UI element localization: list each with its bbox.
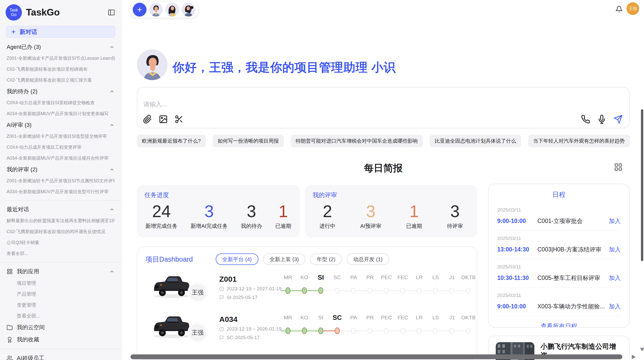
milestone-dot[interactable] [449,288,454,294]
recent-chat-item[interactable]: C02-飞腾新能源轻客改款项目的闭环通告反馈情况 [7,226,115,237]
notification-bell-icon[interactable] [616,6,623,13]
image-icon[interactable] [159,115,168,124]
clock-icon [219,287,224,291]
recent-chat-item[interactable]: 解释最新出台的欧盟报废车法规再生塑料比例被调至15%... [7,215,115,226]
sidebar-collapse-icon[interactable] [108,9,115,16]
stat-value: 24 [145,201,178,221]
event-date: 2025/03/11 [497,264,621,270]
chevron-up-icon[interactable] [109,89,115,94]
suggestion-chip[interactable]: 比亚迪全固态电池计划具体说了什么 [430,135,521,147]
milestone-label: J1 [444,273,460,282]
avatar[interactable] [182,3,195,17]
join-link[interactable]: 加入 [609,217,621,225]
suggestion-chip[interactable]: 如何写一份清晰的项目周报 [213,135,284,147]
sidebar-item[interactable]: A034-全新新能源MUV产品开发项目法规符合性评审 [7,153,115,164]
stat-value: 3 [191,201,228,221]
sidebar-item[interactable]: C0X4-动力总成开发项目SI里程碑提交物检查 [7,97,115,108]
sidebar-item[interactable]: A034-全新新能源MUV产品开发项目造型可行性评审 [7,186,115,197]
recent-chat-item[interactable]: 查看全部... [7,248,115,259]
sidebar-item[interactable]: C02-飞腾新能源轻客改款项目里程碑画布 [7,64,115,75]
event-time: 9:00-10:00 [497,303,537,310]
chevron-up-icon[interactable] [109,44,115,50]
horizontal-scrollbar-thumb[interactable] [130,354,622,359]
suggestion-chip[interactable]: 当下年轻人对汽车外观有怎样的喜好趋势 [528,135,630,147]
suggestion-chip[interactable]: 特朗普可能对进口汽车增税会对中国车企造成哪些影响 [291,135,423,147]
join-link[interactable]: 加入 [609,303,621,310]
user-avatar[interactable]: 王强 [626,2,639,15]
avatar[interactable] [149,3,163,17]
microphone-icon[interactable] [597,115,606,124]
chevron-up-icon[interactable] [109,122,115,128]
my-app-item[interactable]: 变更管理 [7,299,115,310]
milestone-dot[interactable] [285,327,290,334]
milestone-dot[interactable] [449,328,454,334]
milestone-dot[interactable] [285,287,290,294]
my-apps-header[interactable]: 我的应用 [7,265,115,278]
join-link[interactable]: 加入 [609,274,621,282]
milestone-dot[interactable] [318,287,323,294]
sidebar-item[interactable]: A034-全新新能源MUV产品开发项目计划变更表编写 [7,108,115,119]
milestone-dot[interactable] [351,288,356,294]
dashboard-tab[interactable]: 动总开发 (1) [347,253,389,265]
milestone-dot[interactable] [302,287,307,294]
recent-chats-header[interactable]: 最近对话 [7,204,115,215]
milestone-dot[interactable] [335,327,340,334]
milestone-dot[interactable] [384,288,388,294]
scroll-right-arrow[interactable] [632,355,636,359]
sidebar-item[interactable]: C0X4-动力总成开发项目工程变更评审 [7,142,115,153]
my-app-item[interactable]: 项目管理 [7,278,115,289]
milestone-label: OKTB [460,313,477,322]
milestone-dot[interactable] [417,328,421,334]
sidebar-item-cloud-space[interactable]: 我的云空间 [7,321,115,334]
sidebar-section-header[interactable]: 我的评审 (2) [7,164,115,175]
phone-icon[interactable] [581,115,590,124]
milestone-dot[interactable] [466,288,471,294]
send-icon[interactable] [613,115,623,124]
avatar[interactable] [165,3,179,17]
milestone-dot[interactable] [400,328,405,334]
sidebar-item[interactable]: C02-飞腾新能源轻客改款项目立项汇报方案 [7,75,115,86]
milestone-dot[interactable] [417,288,421,294]
join-link[interactable]: 加入 [609,246,621,253]
milestone-dot[interactable] [466,328,471,334]
milestone-dot[interactable] [433,328,438,334]
add-conversation-button[interactable] [133,3,147,17]
milestone-dot[interactable] [351,328,356,334]
sidebar-item-favorites[interactable]: 我的收藏 [7,334,115,346]
my-app-item[interactable]: 产品管理 [7,289,115,299]
scroll-down-arrow[interactable] [640,348,644,351]
suggestion-chip[interactable]: 欧洲新规最近颁布了什么? [137,135,206,147]
milestone-dot[interactable] [433,288,438,294]
recent-chat-item[interactable]: 公司Q3轻卡销量 [7,237,115,248]
chevron-up-icon[interactable] [109,269,115,274]
milestone-dot[interactable] [368,328,372,334]
my-app-item[interactable]: 查看全部... [7,310,115,321]
dashboard-tab[interactable]: 全新上装 (3) [263,253,306,265]
vertical-scrollbar-thumb[interactable] [641,109,643,261]
milestone-dot[interactable] [384,328,388,334]
sidebar-item[interactable]: Z001-全新燃油轻卡产品开发项目SI造型提交物评审 [7,131,115,142]
sidebar-section-header[interactable]: 我的待办 (2) [7,86,115,97]
layout-grid-icon[interactable] [614,163,623,171]
milestone-dot[interactable] [368,288,372,294]
milestone-label: LR [411,273,428,282]
milestone-dot[interactable] [335,288,339,294]
milestone-dot[interactable] [318,327,323,334]
new-chat-button[interactable]: 新对话 [6,26,115,38]
sidebar-item[interactable]: Z001-全新燃油皮卡产品开发项目SI节点Lesson Learn报告 [7,53,115,64]
milestone-dot[interactable] [400,288,405,294]
view-all-schedule-link[interactable]: 查看所有日程 [489,322,629,328]
chevron-up-icon[interactable] [109,167,115,172]
chevron-up-icon[interactable] [109,207,115,212]
sidebar-item[interactable]: Z001-全新燃油轻卡产品开发项目SI节点属性5D文件评审 [7,175,115,186]
attachment-icon[interactable] [143,115,152,124]
section-title: Agent已办 (3) [7,43,41,51]
dashboard-tab[interactable]: 年型 (2) [310,253,342,265]
scissors-icon[interactable] [174,115,184,124]
chat-input[interactable] [143,101,449,108]
sidebar-section-header[interactable]: AI评审 (3) [7,119,115,131]
sidebar-item-users[interactable]: AI超级员工 [7,352,115,360]
dashboard-tab[interactable]: 全新平台 (4) [216,253,258,265]
milestone-dot[interactable] [302,327,307,334]
sidebar-section-header[interactable]: Agent已办 (3) [7,41,115,53]
